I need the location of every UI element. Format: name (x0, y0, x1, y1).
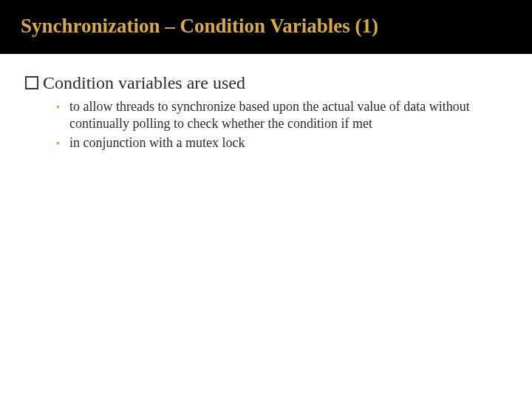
small-square-bullet-icon: ▪ (56, 98, 65, 115)
title-band: Synchronization – Condition Variables (1… (0, 0, 532, 54)
small-square-bullet-icon: ▪ (56, 134, 65, 151)
bullet-level1-text: Condition variables are used (43, 72, 245, 94)
bullet-level2-item: ▪ to allow threads to synchronize based … (56, 98, 507, 132)
bullet-level2-text: in conjunction with a mutex lock (69, 134, 245, 151)
bullet-level2-list: ▪ to allow threads to synchronize based … (25, 98, 507, 151)
bullet-level2-text: to allow threads to synchronize based up… (69, 98, 483, 132)
bullet-level1: Condition variables are used (25, 72, 507, 94)
bullet-level2-item: ▪ in conjunction with a mutex lock (56, 134, 507, 151)
slide-body: Condition variables are used ▪ to allow … (0, 54, 532, 151)
square-bullet-icon (25, 76, 38, 89)
slide-title: Synchronization – Condition Variables (1… (21, 15, 511, 38)
slide: Synchronization – Condition Variables (1… (0, 0, 532, 399)
